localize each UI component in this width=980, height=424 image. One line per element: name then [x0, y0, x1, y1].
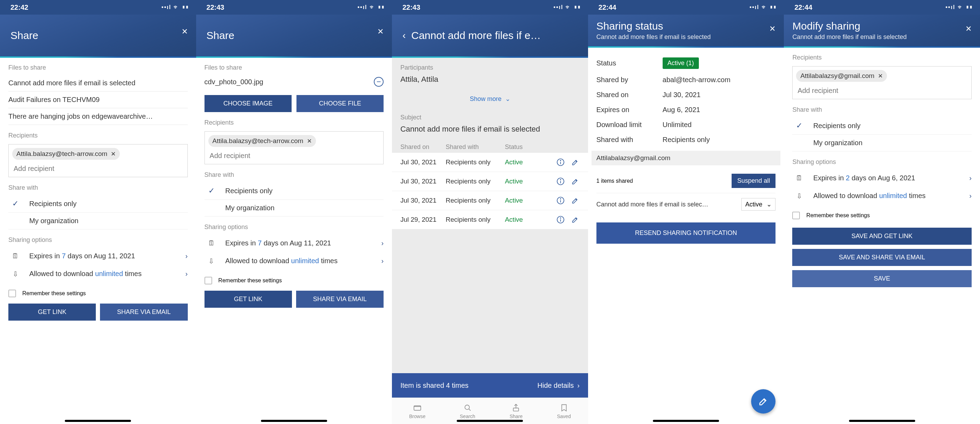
chevron-right-icon: ›	[185, 252, 188, 260]
remember-label: Remember these settings	[22, 290, 86, 297]
resend-button[interactable]: RESEND SHARING NOTIFICATION	[597, 222, 776, 244]
download-row[interactable]: ⇩ Allowed to download unlimited times ›	[205, 252, 384, 270]
home-indicator	[849, 420, 915, 422]
tab-saved[interactable]: Saved	[557, 403, 571, 419]
files-label: Files to share	[205, 64, 384, 71]
bookmark-icon	[560, 403, 569, 412]
edit-icon[interactable]	[571, 158, 580, 167]
cell-status: Active	[505, 178, 556, 185]
cell-with: Recipients only	[445, 159, 505, 166]
download-icon: ⇩	[792, 192, 806, 200]
recipient-chip[interactable]: Attilabalazsy@gmail.com ✕	[796, 70, 887, 82]
shared-item[interactable]: Cannot add more files if email is selec……	[597, 193, 776, 216]
tab-search[interactable]: Search	[460, 403, 475, 419]
choose-image-button[interactable]: CHOOSE IMAGE	[205, 95, 291, 112]
file-item[interactable]: Audit Failures on TECHVM09	[8, 92, 188, 108]
recipients-box[interactable]: Attila.balazsy@tech-arrow.com ✕	[8, 144, 188, 177]
option-my-organization[interactable]: My organization	[792, 135, 972, 151]
close-icon[interactable]: ✕	[181, 27, 188, 36]
option-my-organization[interactable]: My organization	[8, 213, 188, 229]
checkbox[interactable]	[792, 212, 800, 219]
info-icon[interactable]	[556, 215, 565, 224]
save-button[interactable]: SAVE	[792, 270, 972, 287]
status-bar: 22:43 ••ıl ᯤ ▮▮	[196, 0, 392, 14]
remember-row[interactable]: Remember these settings	[792, 205, 972, 219]
edit-fab[interactable]	[751, 389, 775, 414]
add-recipient-input[interactable]	[12, 162, 184, 175]
share-email-button[interactable]: SHARE VIA EMAIL	[100, 303, 188, 321]
info-icon[interactable]	[556, 177, 565, 186]
calendar-icon: 🗓	[8, 252, 22, 260]
file-item[interactable]: There are hanging jobs on edgewavearchiv…	[8, 108, 188, 125]
option-recipients-only[interactable]: ✓ Recipients only	[792, 117, 972, 135]
tab-browse[interactable]: Browse	[409, 403, 425, 419]
time: 22:44	[794, 3, 812, 11]
subject-value: Cannot add more files if email is select…	[400, 125, 580, 134]
share-row[interactable]: Jul 29, 2021Recipients onlyActive	[392, 210, 588, 229]
option-recipients-only[interactable]: ✓ Recipients only	[8, 195, 188, 213]
file-row: cdv_photo_000.jpg −	[205, 75, 384, 89]
expires-row[interactable]: 🗓 Expires in 7 days on Aug 11, 2021 ›	[8, 247, 188, 265]
recipient-chip[interactable]: Attila.balazsy@tech-arrow.com ✕	[12, 148, 120, 160]
info-icon[interactable]	[556, 158, 565, 167]
cell-date: Jul 30, 2021	[400, 197, 445, 204]
hide-details-button[interactable]: Hide details›	[538, 381, 580, 389]
remember-label: Remember these settings	[218, 278, 282, 284]
expires-row[interactable]: 🗓 Expires in 7 days on Aug 11, 2021 ›	[205, 234, 384, 252]
remove-chip-icon[interactable]: ✕	[307, 138, 312, 145]
share-row[interactable]: Jul 30, 2021Recipients onlyActive	[392, 172, 588, 191]
svg-point-13	[465, 405, 469, 410]
remove-chip-icon[interactable]: ✕	[878, 72, 883, 80]
remove-chip-icon[interactable]: ✕	[111, 150, 116, 158]
option-recipients-only[interactable]: ✓ Recipients only	[205, 182, 384, 200]
save-get-link-button[interactable]: SAVE AND GET LINK	[792, 228, 972, 245]
check-icon: ✓	[8, 199, 22, 208]
items-shared-row: 1 items shared Suspend all	[597, 169, 776, 193]
close-icon[interactable]: ✕	[769, 24, 775, 33]
expires-row: Expires on Aug 6, 2021	[597, 102, 776, 118]
file-item[interactable]: Cannot add more files if email is select…	[8, 75, 188, 92]
remove-file-icon[interactable]: −	[374, 77, 383, 87]
recipients-box[interactable]: Attilabalazsy@gmail.com ✕	[792, 66, 972, 99]
page-subtitle: Cannot add more files if email is select…	[597, 33, 776, 41]
expires-row[interactable]: 🗓 Expires in 2 days on Aug 6, 2021 ›	[792, 169, 972, 187]
expires-text: Expires in 7 days on Aug 11, 2021	[29, 251, 178, 261]
shared-count-bar[interactable]: Item is shared 4 times Hide details›	[392, 373, 588, 397]
choose-file-button[interactable]: CHOOSE FILE	[296, 95, 383, 112]
add-recipient-input[interactable]	[208, 149, 380, 163]
close-icon[interactable]: ✕	[966, 24, 972, 33]
th-shared-on: Shared on	[400, 143, 445, 151]
suspend-all-button[interactable]: Suspend all	[732, 174, 775, 188]
share-row[interactable]: Jul 30, 2021Recipients onlyActive	[392, 153, 588, 172]
info-icon[interactable]	[556, 196, 565, 205]
tab-share[interactable]: Share	[510, 403, 523, 419]
remember-row[interactable]: Remember these settings	[8, 283, 188, 297]
get-link-button[interactable]: GET LINK	[205, 291, 292, 308]
remember-row[interactable]: Remember these settings	[205, 270, 384, 284]
cell-with: Recipients only	[445, 197, 505, 204]
close-icon[interactable]: ✕	[377, 27, 383, 36]
show-more-button[interactable]: Show more ⌄	[392, 90, 588, 108]
th-shared-with: Shared with	[445, 143, 505, 151]
back-icon[interactable]: ‹	[402, 30, 406, 41]
edit-icon[interactable]	[571, 215, 580, 224]
share-email-button[interactable]: SHARE VIA EMAIL	[296, 291, 383, 308]
share-row[interactable]: Jul 30, 2021Recipients onlyActive	[392, 191, 588, 210]
recipient-chip[interactable]: Attila.balazsy@tech-arrow.com ✕	[208, 135, 316, 147]
option-my-organization[interactable]: My organization	[205, 200, 384, 216]
item-status-select[interactable]: Active ⌄	[741, 198, 775, 211]
edit-icon[interactable]	[571, 177, 580, 186]
add-recipient-input[interactable]	[796, 84, 968, 97]
download-text: Allowed to download unlimited times	[29, 269, 178, 278]
checkbox[interactable]	[205, 277, 212, 284]
download-icon: ⇩	[8, 270, 22, 278]
cell-date: Jul 29, 2021	[400, 216, 445, 224]
download-row[interactable]: ⇩ Allowed to download unlimited times ›	[8, 265, 188, 283]
edit-icon[interactable]	[571, 196, 580, 205]
recipients-box[interactable]: Attila.balazsy@tech-arrow.com ✕	[205, 131, 384, 164]
shared-item-title: Cannot add more files if email is selec…	[597, 201, 738, 208]
checkbox[interactable]	[8, 290, 16, 297]
download-row[interactable]: ⇩ Allowed to download unlimited times ›	[792, 187, 972, 205]
save-share-email-button[interactable]: SAVE AND SHARE VIA EMAIL	[792, 249, 972, 266]
get-link-button[interactable]: GET LINK	[8, 303, 96, 321]
